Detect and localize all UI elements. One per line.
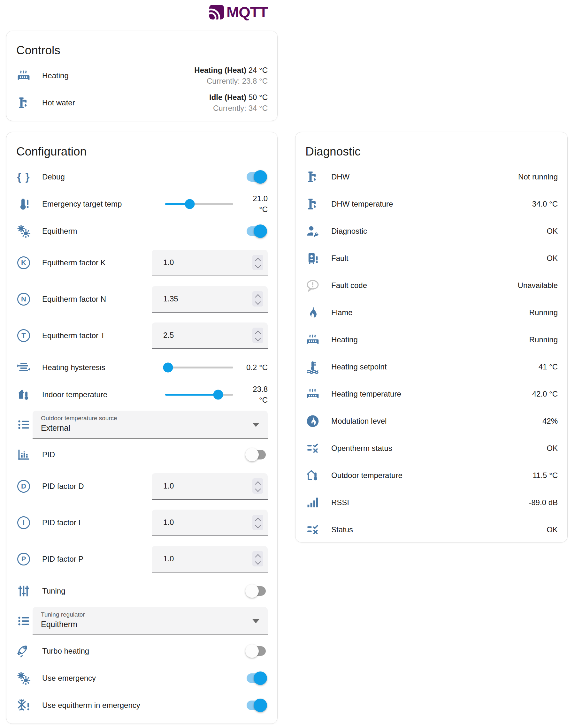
toggle-switch[interactable]: [247, 646, 266, 656]
number-stepper[interactable]: [252, 515, 263, 530]
number-value[interactable]: 1.35: [163, 294, 252, 303]
diagnostic-entity-row[interactable]: Modulation level42%: [305, 407, 558, 435]
config-row: DPID factor D1.0: [16, 468, 268, 505]
row-label: Heating hysteresis: [42, 363, 165, 372]
fire-icon: [305, 305, 320, 320]
alpha-d-circle-icon: D: [16, 479, 31, 494]
row-label: Turbo heating: [42, 647, 247, 656]
alpha-i-circle-icon: I: [16, 515, 31, 530]
diagnostic-entity-row[interactable]: DHW temperature34.0 °C: [305, 190, 558, 217]
number-value[interactable]: 1.0: [163, 481, 252, 490]
slider[interactable]: [165, 367, 233, 368]
number-stepper[interactable]: [252, 328, 263, 343]
toggle-switch[interactable]: [247, 226, 266, 236]
slider-thumb[interactable]: [213, 390, 223, 399]
diagnostic-entity-row[interactable]: Outdoor temperature11.5 °C: [305, 462, 558, 489]
number-input[interactable]: 2.5: [152, 323, 268, 349]
alpha-k-circle-icon: K: [16, 255, 31, 270]
diagnostic-entity-row[interactable]: Opentherm statusOK: [305, 435, 558, 462]
config-row: IPID factor I1.0: [16, 505, 268, 541]
number-input[interactable]: 1.0: [152, 250, 268, 276]
decrement-button[interactable]: [255, 522, 261, 528]
row-label: DHW: [331, 173, 518, 181]
diagnostic-entity-row[interactable]: DiagnosticOK: [305, 217, 558, 245]
toggle-switch[interactable]: [247, 586, 266, 596]
number-input[interactable]: 1.0: [152, 473, 268, 500]
diagnostic-entity-row[interactable]: Fault codeUnavailable: [305, 272, 558, 299]
toggle-knob[interactable]: [253, 699, 267, 712]
decrement-button[interactable]: [255, 299, 261, 304]
sun-snowflake-icon: [16, 670, 31, 686]
diagnostic-value: 34.0 °C: [532, 199, 558, 209]
diagnostic-entity-row[interactable]: StatusOK: [305, 516, 558, 543]
diagnostic-title: Diagnostic: [305, 132, 558, 163]
config-row: Emergency target temp21.0°C: [16, 190, 268, 217]
slider-value-number: 23.8: [235, 384, 268, 395]
control-state: Heating (Heat) 24 °CCurrently: 23.8 °C: [194, 65, 268, 86]
diagnostic-entity-row[interactable]: Heating setpoint41 °C: [305, 353, 558, 380]
row-label: Fault: [331, 254, 547, 263]
toggle-knob[interactable]: [245, 448, 259, 461]
select-input[interactable]: Tuning regulatorEquitherm: [33, 607, 268, 635]
toggle-knob[interactable]: [245, 644, 259, 658]
chevron-down-icon: [252, 619, 259, 623]
slider[interactable]: [165, 394, 233, 396]
account-wrench-icon: [305, 223, 320, 239]
thermometer-water-icon: [305, 359, 320, 374]
number-input[interactable]: 1.35: [152, 286, 268, 313]
diagnostic-value: OK: [547, 444, 558, 453]
slider-thumb[interactable]: [163, 362, 173, 372]
number-value[interactable]: 2.5: [163, 331, 252, 340]
sun-snowflake-icon: [16, 223, 31, 239]
slider-thumb[interactable]: [184, 199, 195, 209]
toggle-switch[interactable]: [247, 450, 266, 460]
row-label: PID: [42, 450, 247, 459]
decrement-button[interactable]: [255, 335, 261, 341]
control-entity-row[interactable]: HeatingHeating (Heat) 24 °CCurrently: 23…: [16, 62, 268, 89]
row-label: DHW temperature: [331, 199, 532, 209]
diagnostic-entity-row[interactable]: HeatingRunning: [305, 326, 558, 353]
row-label: Indoor temperature: [42, 390, 165, 399]
decrement-button[interactable]: [255, 559, 261, 565]
slider[interactable]: [165, 203, 233, 205]
configuration-card: Configuration { }DebugEmergency target t…: [6, 132, 278, 724]
radiator-icon: [305, 332, 320, 348]
number-value[interactable]: 1.0: [163, 554, 252, 563]
decrement-button[interactable]: [255, 486, 261, 492]
toggle-knob[interactable]: [253, 224, 267, 238]
diagnostic-value: Not running: [518, 173, 558, 181]
toggle-switch[interactable]: [247, 674, 266, 683]
diagnostic-entity-row[interactable]: FaultOK: [305, 245, 558, 272]
toggle-switch[interactable]: [247, 700, 266, 710]
diagnostic-entity-row[interactable]: RSSI-89.0 dB: [305, 489, 558, 516]
diagnostic-entity-row[interactable]: DHWNot running: [305, 163, 558, 190]
state-target-temp: 50 °C: [248, 93, 268, 102]
diagnostic-entity-row[interactable]: FlameRunning: [305, 299, 558, 326]
number-value[interactable]: 1.0: [163, 258, 252, 267]
diagnostic-entity-row[interactable]: Heating temperature42.0 °C: [305, 380, 558, 407]
row-label: Outdoor temperature: [331, 471, 533, 480]
row-label: Heating: [42, 71, 194, 80]
select-value: Equitherm: [41, 620, 248, 629]
toggle-knob[interactable]: [245, 584, 259, 598]
toggle-knob[interactable]: [253, 671, 267, 685]
toggle-switch[interactable]: [247, 172, 266, 182]
toggle-knob[interactable]: [253, 170, 267, 184]
number-input[interactable]: 1.0: [152, 546, 268, 573]
config-row: Tuning regulatorEquitherm: [16, 605, 268, 637]
diagnostic-value: -89.0 dB: [529, 498, 558, 507]
controls-title: Controls: [16, 31, 268, 62]
decrement-button[interactable]: [255, 262, 261, 268]
number-input[interactable]: 1.0: [152, 510, 268, 536]
number-stepper[interactable]: [252, 255, 263, 270]
number-value[interactable]: 1.0: [163, 518, 252, 527]
select-input[interactable]: Outdoor temperature sourceExternal: [33, 411, 268, 439]
number-stepper[interactable]: [252, 478, 263, 494]
number-stepper[interactable]: [252, 291, 263, 306]
control-entity-row[interactable]: Hot waterIdle (Heat) 50 °CCurrently: 34 …: [16, 89, 268, 116]
snowflake-alert-icon: [16, 698, 31, 713]
water-pump-icon: [305, 196, 320, 212]
row-label: Equitherm factor K: [42, 258, 152, 267]
config-row: Equitherm: [16, 217, 268, 245]
number-stepper[interactable]: [252, 551, 263, 567]
